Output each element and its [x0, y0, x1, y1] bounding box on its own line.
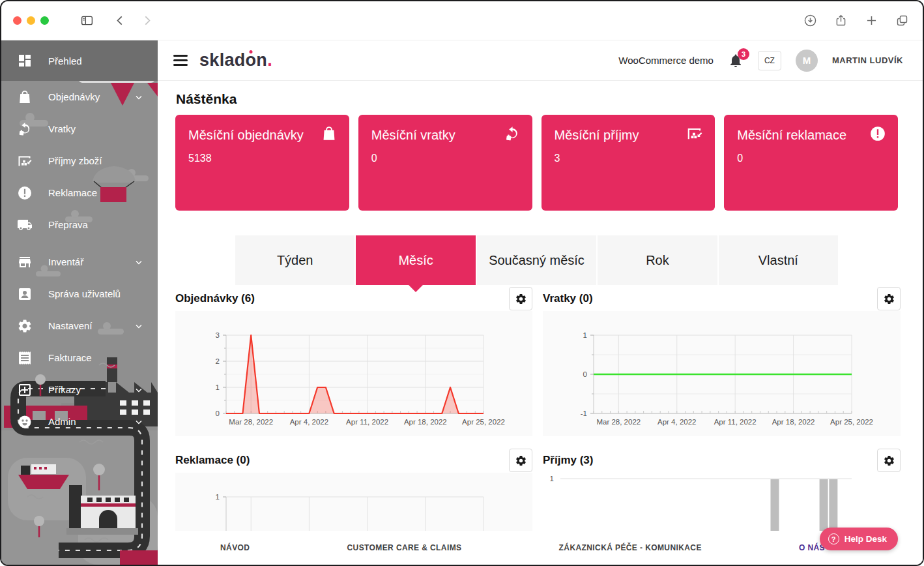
logo-text-rest: n — [256, 50, 267, 70]
chart-panel-vratky: Vratky (0) -101Mar 28, 2022Apr 4, 2022Ap… — [543, 286, 901, 436]
tab-soucasny-mesic[interactable]: Současný měsíc — [476, 235, 596, 285]
download-button[interactable] — [803, 14, 817, 27]
svg-text:Apr 25, 2022: Apr 25, 2022 — [830, 418, 873, 426]
svg-text:Mar 28, 2022: Mar 28, 2022 — [596, 418, 641, 426]
tab-vlastni[interactable]: Vlastní — [717, 235, 838, 285]
chart-title: Vratky (0) — [543, 292, 593, 305]
orders-bag-icon — [17, 89, 33, 105]
invoice-icon — [17, 350, 33, 366]
sidebar-item-objednavky[interactable]: Objednávky — [1, 81, 158, 113]
chevron-down-icon — [133, 256, 145, 268]
sidebar-item-inventar[interactable]: Inventář — [1, 246, 158, 278]
svg-text:Apr 4, 2022: Apr 4, 2022 — [290, 418, 328, 426]
plus-icon — [865, 14, 878, 27]
sidebar-item-sprava-uzivatelu[interactable]: Správa uživatelů — [1, 278, 158, 310]
titlebar — [1, 1, 923, 40]
svg-text:-1: -1 — [581, 410, 587, 417]
sidebar-item-label: Inventář — [48, 256, 83, 267]
sidebar-item-vratky[interactable]: Vratky — [1, 113, 158, 145]
returns-icon — [504, 125, 521, 142]
svg-text:1: 1 — [216, 383, 220, 391]
svg-text:Apr 18, 2022: Apr 18, 2022 — [772, 418, 815, 426]
sidebar-item-nastaveni[interactable]: Nastavení — [1, 310, 158, 342]
zoom-button[interactable] — [40, 16, 49, 25]
question-icon: ? — [828, 533, 839, 544]
chart-settings-button[interactable] — [509, 287, 532, 310]
new-tab-button[interactable] — [865, 14, 878, 27]
inventory-icon — [17, 254, 33, 270]
chart-panel-objednavky: Objednávky (6) 0123Mar 28, 2022Apr 4, 20… — [175, 286, 532, 436]
svg-text:Apr 18, 2022: Apr 18, 2022 — [404, 418, 447, 426]
kpi-card-mesicni-prijmy: Měsíční příjmy3 — [541, 115, 715, 211]
chart-settings-button[interactable] — [877, 287, 901, 310]
kpi-cards-row: Měsíční objednávky5138Měsíční vratky0Měs… — [175, 115, 898, 211]
orders-bag-icon — [321, 125, 338, 142]
chart-area: 0123Mar 28, 2022Apr 4, 2022Apr 11, 2022A… — [175, 311, 532, 436]
skladon-logo[interactable]: skladon. — [199, 50, 272, 70]
svg-text:0: 0 — [583, 370, 587, 378]
back-button[interactable] — [113, 14, 127, 27]
kpi-card-value: 5138 — [188, 153, 336, 164]
footer-link-navod[interactable]: NÁVOD — [220, 543, 250, 552]
svg-text:3: 3 — [216, 331, 220, 339]
tab-overview-button[interactable] — [895, 14, 909, 27]
goods-receipt-icon — [17, 153, 33, 169]
chevron-down-icon — [133, 320, 145, 332]
users-icon — [17, 286, 33, 302]
avatar[interactable]: M — [796, 50, 818, 72]
sidebar-item-prikazy[interactable]: Příkazy — [1, 374, 158, 406]
notification-badge: 3 — [738, 48, 749, 60]
kpi-card-title: Měsíční vratky — [371, 125, 487, 145]
charts-grid: Objednávky (6) 0123Mar 28, 2022Apr 4, 20… — [175, 286, 898, 565]
settings-icon — [17, 318, 33, 334]
kpi-card-title: Měsíční objednávky — [188, 125, 304, 145]
chart-area: -101Mar 28, 2022Apr 4, 2022Apr 11, 2022A… — [543, 311, 901, 436]
menu-toggle-button[interactable] — [171, 52, 190, 68]
forward-button[interactable] — [140, 14, 154, 27]
logo-text: sklad — [199, 50, 246, 70]
footer-link-customer-care[interactable]: CUSTOMER CARE & CLAIMS — [347, 543, 462, 552]
minimize-button[interactable] — [27, 16, 35, 25]
sidebar-toggle-button[interactable] — [80, 14, 94, 27]
help-desk-label: Help Desk — [845, 534, 887, 544]
help-desk-button[interactable]: ?Help Desk — [820, 528, 898, 550]
close-button[interactable] — [13, 16, 22, 25]
svg-text:1: 1 — [550, 475, 554, 483]
sidebar-item-fakturace[interactable]: Fakturace — [1, 342, 158, 374]
forward-chevron-icon — [140, 14, 154, 27]
sidebar-item-prijmy-zbozi[interactable]: Příjmy zboží — [1, 145, 158, 177]
chart-title: Objednávky (6) — [175, 292, 255, 305]
svg-text:0: 0 — [216, 410, 220, 417]
sidebar-item-label: Přeprava — [48, 219, 88, 230]
user-name[interactable]: MARTIN LUDVÍK — [832, 55, 903, 65]
kpi-card-value: 3 — [555, 153, 702, 164]
claims-icon — [869, 125, 886, 142]
share-button[interactable] — [834, 14, 848, 27]
sidebar-nav: PřehledObjednávkyVratkyPříjmy zbožíRekla… — [1, 40, 158, 438]
gear-icon — [515, 293, 527, 305]
tab-mesic[interactable]: Měsíc — [354, 235, 475, 285]
kpi-card-mesicni-reklamace: Měsíční reklamace0 — [724, 115, 898, 211]
sidebar-item-admin[interactable]: Admin — [1, 406, 158, 438]
sidebar-item-label: Reklamace — [48, 187, 97, 198]
footer: NÁVODCUSTOMER CARE & CLAIMSZÁKAZNICKÁ PÉ… — [158, 531, 923, 565]
notifications-button[interactable]: 3 — [728, 53, 744, 68]
truck-icon — [17, 217, 33, 233]
logo-dot: . — [267, 50, 272, 70]
kpi-card-mesicni-objednavky: Měsíční objednávky5138 — [175, 115, 349, 211]
claims-icon — [17, 185, 33, 201]
language-selector[interactable]: CZ — [758, 51, 781, 70]
svg-text:Apr 4, 2022: Apr 4, 2022 — [657, 418, 696, 426]
sidebar-item-label: Vratky — [48, 123, 76, 134]
chevron-down-icon — [133, 416, 145, 428]
chart-settings-button[interactable] — [877, 449, 901, 472]
sidebar-item-reklamace[interactable]: Reklamace — [1, 177, 158, 209]
sidebar-item-preprava[interactable]: Přeprava — [1, 209, 158, 241]
chart-title: Příjmy (3) — [543, 454, 593, 467]
tab-tyden[interactable]: Týden — [235, 235, 354, 285]
chart-settings-button[interactable] — [509, 449, 532, 472]
sidebar-item-prehled[interactable]: Přehled — [1, 40, 158, 81]
period-tabbar: TýdenMěsícSoučasný měsícRokVlastní — [235, 235, 838, 285]
footer-link-zakaznicka-pece[interactable]: ZÁKAZNICKÁ PÉČE - KOMUNIKACE — [559, 543, 702, 552]
tab-rok[interactable]: Rok — [596, 235, 717, 285]
